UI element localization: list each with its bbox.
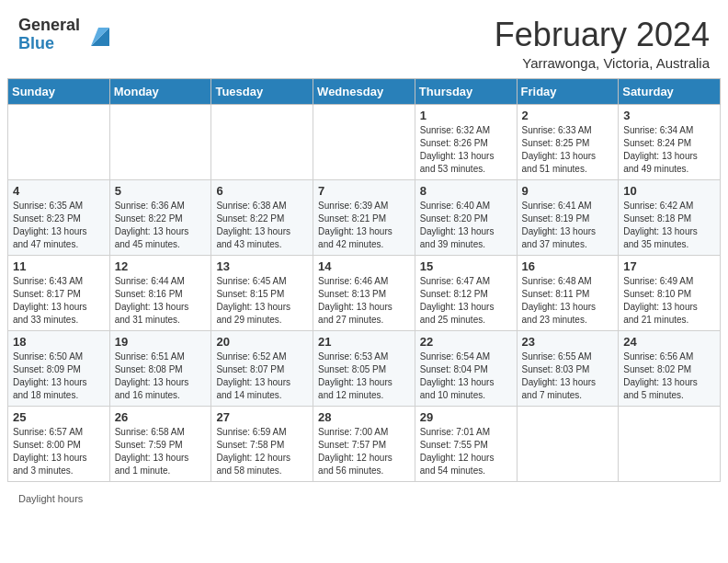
weekday-header-monday: Monday — [109, 78, 211, 104]
calendar-cell: 24Sunrise: 6:56 AM Sunset: 8:02 PM Dayli… — [619, 330, 721, 406]
day-number: 25 — [13, 410, 105, 424]
daylight-label: Daylight hours — [18, 493, 83, 504]
day-detail: Sunrise: 6:59 AM Sunset: 7:58 PM Dayligh… — [216, 426, 308, 477]
calendar-cell: 4Sunrise: 6:35 AM Sunset: 8:23 PM Daylig… — [8, 179, 110, 255]
weekday-header-friday: Friday — [517, 78, 619, 104]
calendar-cell: 21Sunrise: 6:53 AM Sunset: 8:05 PM Dayli… — [313, 330, 415, 406]
day-number: 15 — [420, 259, 512, 273]
footer: Daylight hours — [0, 489, 728, 508]
day-number: 4 — [13, 184, 105, 198]
day-detail: Sunrise: 6:33 AM Sunset: 8:25 PM Dayligh… — [522, 124, 614, 176]
day-number: 7 — [318, 184, 410, 198]
day-detail: Sunrise: 6:32 AM Sunset: 8:26 PM Dayligh… — [420, 124, 512, 176]
logo-general: General — [18, 17, 80, 35]
calendar-cell: 19Sunrise: 6:51 AM Sunset: 8:08 PM Dayli… — [109, 330, 211, 406]
day-detail: Sunrise: 6:34 AM Sunset: 8:24 PM Dayligh… — [623, 124, 715, 176]
weekday-row: SundayMondayTuesdayWednesdayThursdayFrid… — [8, 78, 721, 104]
day-detail: Sunrise: 6:54 AM Sunset: 8:04 PM Dayligh… — [420, 350, 512, 402]
day-detail: Sunrise: 6:35 AM Sunset: 8:23 PM Dayligh… — [13, 200, 105, 251]
calendar-wrapper: SundayMondayTuesdayWednesdayThursdayFrid… — [0, 78, 728, 489]
calendar-cell: 12Sunrise: 6:44 AM Sunset: 8:16 PM Dayli… — [109, 255, 211, 330]
day-detail: Sunrise: 6:48 AM Sunset: 8:11 PM Dayligh… — [522, 275, 614, 327]
calendar-cell — [619, 406, 721, 481]
weekday-header-sunday: Sunday — [8, 78, 110, 104]
day-detail: Sunrise: 6:45 AM Sunset: 8:15 PM Dayligh… — [216, 275, 308, 327]
calendar-cell: 25Sunrise: 6:57 AM Sunset: 8:00 PM Dayli… — [8, 406, 110, 481]
calendar-cell: 18Sunrise: 6:50 AM Sunset: 8:09 PM Dayli… — [8, 330, 110, 406]
calendar-cell — [8, 104, 110, 179]
day-detail: Sunrise: 6:41 AM Sunset: 8:19 PM Dayligh… — [522, 200, 614, 251]
day-number: 10 — [623, 184, 715, 198]
day-number: 11 — [13, 259, 105, 273]
day-number: 6 — [216, 184, 308, 198]
day-detail: Sunrise: 6:42 AM Sunset: 8:18 PM Dayligh… — [623, 200, 715, 251]
calendar-cell: 22Sunrise: 6:54 AM Sunset: 8:04 PM Dayli… — [415, 330, 517, 406]
calendar-cell: 17Sunrise: 6:49 AM Sunset: 8:10 PM Dayli… — [619, 255, 721, 330]
calendar-cell: 10Sunrise: 6:42 AM Sunset: 8:18 PM Dayli… — [619, 179, 721, 255]
day-number: 13 — [216, 259, 308, 273]
day-detail: Sunrise: 6:55 AM Sunset: 8:03 PM Dayligh… — [522, 350, 614, 402]
calendar-cell: 16Sunrise: 6:48 AM Sunset: 8:11 PM Dayli… — [517, 255, 619, 330]
calendar-cell: 15Sunrise: 6:47 AM Sunset: 8:12 PM Dayli… — [415, 255, 517, 330]
day-detail: Sunrise: 7:00 AM Sunset: 7:57 PM Dayligh… — [318, 426, 410, 477]
day-number: 26 — [115, 410, 207, 424]
calendar-cell: 20Sunrise: 6:52 AM Sunset: 8:07 PM Dayli… — [211, 330, 313, 406]
day-detail: Sunrise: 6:43 AM Sunset: 8:17 PM Dayligh… — [13, 275, 105, 327]
week-row-4: 18Sunrise: 6:50 AM Sunset: 8:09 PM Dayli… — [8, 330, 721, 406]
calendar-cell: 28Sunrise: 7:00 AM Sunset: 7:57 PM Dayli… — [313, 406, 415, 481]
day-number: 2 — [522, 109, 614, 122]
day-detail: Sunrise: 6:38 AM Sunset: 8:22 PM Dayligh… — [216, 200, 308, 251]
calendar-cell: 7Sunrise: 6:39 AM Sunset: 8:21 PM Daylig… — [313, 179, 415, 255]
calendar-cell: 6Sunrise: 6:38 AM Sunset: 8:22 PM Daylig… — [211, 179, 313, 255]
day-detail: Sunrise: 6:51 AM Sunset: 8:08 PM Dayligh… — [115, 350, 207, 402]
day-detail: Sunrise: 6:58 AM Sunset: 7:59 PM Dayligh… — [115, 426, 207, 477]
calendar-cell — [517, 406, 619, 481]
weekday-header-saturday: Saturday — [619, 78, 721, 104]
day-detail: Sunrise: 6:36 AM Sunset: 8:22 PM Dayligh… — [115, 200, 207, 251]
day-number: 9 — [522, 184, 614, 198]
day-detail: Sunrise: 6:50 AM Sunset: 8:09 PM Dayligh… — [13, 350, 105, 402]
day-detail: Sunrise: 6:40 AM Sunset: 8:20 PM Dayligh… — [420, 200, 512, 251]
day-number: 20 — [216, 335, 308, 349]
day-number: 29 — [420, 410, 512, 424]
weekday-header-wednesday: Wednesday — [313, 78, 415, 104]
day-number: 12 — [115, 259, 207, 273]
day-detail: Sunrise: 6:53 AM Sunset: 8:05 PM Dayligh… — [318, 350, 410, 402]
calendar-table: SundayMondayTuesdayWednesdayThursdayFrid… — [7, 78, 721, 482]
logo: General Blue — [18, 17, 113, 53]
day-number: 21 — [318, 335, 410, 349]
month-title: February 2024 — [495, 17, 710, 53]
calendar-cell: 27Sunrise: 6:59 AM Sunset: 7:58 PM Dayli… — [211, 406, 313, 481]
calendar-body: 1Sunrise: 6:32 AM Sunset: 8:26 PM Daylig… — [8, 104, 721, 481]
calendar-cell — [211, 104, 313, 179]
week-row-5: 25Sunrise: 6:57 AM Sunset: 8:00 PM Dayli… — [8, 406, 721, 481]
day-detail: Sunrise: 6:52 AM Sunset: 8:07 PM Dayligh… — [216, 350, 308, 402]
calendar-cell: 14Sunrise: 6:46 AM Sunset: 8:13 PM Dayli… — [313, 255, 415, 330]
calendar-cell: 9Sunrise: 6:41 AM Sunset: 8:19 PM Daylig… — [517, 179, 619, 255]
calendar-cell: 23Sunrise: 6:55 AM Sunset: 8:03 PM Dayli… — [517, 330, 619, 406]
page-header: General Blue February 2024 Yarrawonga, V… — [0, 0, 728, 78]
day-number: 5 — [115, 184, 207, 198]
day-detail: Sunrise: 6:44 AM Sunset: 8:16 PM Dayligh… — [115, 275, 207, 327]
day-number: 3 — [623, 109, 715, 122]
day-detail: Sunrise: 6:56 AM Sunset: 8:02 PM Dayligh… — [623, 350, 715, 402]
day-number: 14 — [318, 259, 410, 273]
day-detail: Sunrise: 7:01 AM Sunset: 7:55 PM Dayligh… — [420, 426, 512, 477]
day-detail: Sunrise: 6:46 AM Sunset: 8:13 PM Dayligh… — [318, 275, 410, 327]
calendar-cell: 8Sunrise: 6:40 AM Sunset: 8:20 PM Daylig… — [415, 179, 517, 255]
day-detail: Sunrise: 6:47 AM Sunset: 8:12 PM Dayligh… — [420, 275, 512, 327]
day-detail: Sunrise: 6:39 AM Sunset: 8:21 PM Dayligh… — [318, 200, 410, 251]
calendar-cell: 26Sunrise: 6:58 AM Sunset: 7:59 PM Dayli… — [109, 406, 211, 481]
day-number: 23 — [522, 335, 614, 349]
calendar-cell: 5Sunrise: 6:36 AM Sunset: 8:22 PM Daylig… — [109, 179, 211, 255]
day-number: 27 — [216, 410, 308, 424]
day-number: 1 — [420, 109, 512, 122]
day-detail: Sunrise: 6:49 AM Sunset: 8:10 PM Dayligh… — [623, 275, 715, 327]
calendar-cell: 29Sunrise: 7:01 AM Sunset: 7:55 PM Dayli… — [415, 406, 517, 481]
day-number: 8 — [420, 184, 512, 198]
day-number: 19 — [115, 335, 207, 349]
calendar-cell: 2Sunrise: 6:33 AM Sunset: 8:25 PM Daylig… — [517, 104, 619, 179]
logo-blue: Blue — [18, 35, 80, 53]
day-number: 28 — [318, 410, 410, 424]
calendar-cell: 13Sunrise: 6:45 AM Sunset: 8:15 PM Dayli… — [211, 255, 313, 330]
